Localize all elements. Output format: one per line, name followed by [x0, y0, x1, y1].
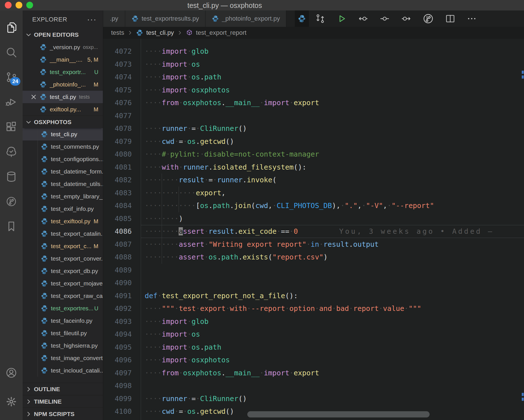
code-line[interactable]: 4098 — [103, 379, 524, 392]
line-number[interactable]: 4084 — [103, 199, 132, 212]
gitlens-icon[interactable] — [422, 12, 434, 25]
more-actions-icon[interactable] — [466, 13, 477, 24]
code-line[interactable]: 4088········assert·os.path.exists("repor… — [103, 251, 524, 264]
line-number[interactable]: 4074 — [103, 71, 132, 84]
code-line[interactable]: 4097····from·osxphotos.__main__·import·e… — [103, 367, 524, 380]
code-line[interactable]: 4087········assert·"Writing export repor… — [103, 238, 524, 251]
tree-item[interactable]: test_image_convert... — [23, 352, 103, 364]
code-line[interactable]: 4095····import·os.path — [103, 341, 524, 354]
code-line[interactable]: 4091def·test_export_report_not_a_file(): — [103, 289, 524, 302]
code-line[interactable]: 4076····from·osxphotos.__main__·import·e… — [103, 96, 524, 109]
code-line[interactable]: 4090 — [103, 276, 524, 289]
code-line[interactable]: 4080····#·pylint:·disable=not-context-ma… — [103, 148, 524, 161]
line-number[interactable]: 4099 — [103, 392, 132, 405]
line-number[interactable]: 4076 — [103, 96, 132, 109]
tree-item[interactable]: test_export_mojave... — [23, 277, 103, 290]
section-timeline[interactable]: TIMELINE — [23, 395, 103, 408]
code-line[interactable]: 4073····import·os — [103, 58, 524, 71]
code-line[interactable]: 4092····"""·test·export·with·--report·op… — [103, 302, 524, 315]
previous-change-icon[interactable] — [358, 13, 369, 24]
open-changes-icon[interactable] — [315, 13, 326, 24]
line-number[interactable]: 4085 — [103, 212, 132, 225]
close-icon[interactable] — [30, 93, 37, 102]
line-number[interactable]: 4097 — [103, 367, 132, 380]
code-line[interactable]: 4074····import·os.path — [103, 71, 524, 84]
line-number[interactable]: 4094 — [103, 328, 132, 341]
line-number[interactable]: 4095 — [103, 341, 132, 354]
open-editor-item[interactable]: test_exportr...U — [23, 66, 103, 78]
activity-account-icon[interactable] — [0, 358, 23, 387]
activity-source-control-icon[interactable]: 24 — [0, 65, 23, 90]
line-number[interactable]: 4100 — [103, 405, 132, 418]
tree-item[interactable]: test_highsierra.py — [23, 339, 103, 352]
code-editor[interactable]: 4072····import·glob4073····import·os4074… — [103, 39, 524, 420]
line-number[interactable]: 4089 — [103, 264, 132, 277]
line-number[interactable]: 4080 — [103, 148, 132, 161]
activity-gitlens-icon[interactable] — [0, 189, 23, 214]
project-section-header[interactable]: OSXPHOTOS — [23, 116, 103, 128]
activity-run-debug-icon[interactable] — [0, 90, 23, 114]
activity-extensions-icon[interactable] — [0, 114, 23, 139]
line-number[interactable]: 4078 — [103, 122, 132, 135]
code-line[interactable]: 4086········assert·result.exit_code·==·0… — [103, 225, 524, 238]
line-number[interactable]: 4096 — [103, 354, 132, 367]
line-number[interactable]: 4098 — [103, 379, 132, 392]
open-editor-item[interactable]: __main__....5, M — [23, 53, 103, 66]
line-number[interactable]: 4073 — [103, 58, 132, 71]
tree-item[interactable]: test_export_raw_ca... — [23, 290, 103, 302]
code-line[interactable]: 4079····cwd·=·os.getcwd() — [103, 135, 524, 148]
activity-database-icon[interactable] — [0, 164, 23, 189]
line-number[interactable]: 4088 — [103, 251, 132, 264]
editor-tab[interactable]: _photoinfo_export.py — [205, 10, 287, 27]
python-file-icon[interactable] — [295, 10, 309, 27]
tree-item[interactable]: test_incloud_catali... — [23, 364, 103, 377]
activity-files-icon[interactable] — [0, 15, 23, 40]
code-line[interactable]: 4094····import·os — [103, 328, 524, 341]
code-line[interactable]: 4084············[os.path.join(cwd,·CLI_P… — [103, 199, 524, 212]
code-line[interactable]: 4085········) — [103, 212, 524, 225]
code-line[interactable]: 4075····import·osxphotos — [103, 84, 524, 97]
line-number[interactable]: 4092 — [103, 302, 132, 315]
tree-item[interactable]: test_faceinfo.py — [23, 315, 103, 327]
line-number[interactable]: 4082 — [103, 174, 132, 187]
line-number[interactable]: 4072 — [103, 45, 132, 58]
tree-item[interactable]: test_datetime_utils.... — [23, 178, 103, 190]
open-editor-item[interactable]: _version.pyosxp... — [23, 41, 103, 53]
next-change-icon[interactable] — [400, 13, 412, 24]
tree-item[interactable]: test_configoptions.... — [23, 153, 103, 165]
open-editors-section-header[interactable]: OPEN EDITORS — [23, 29, 103, 41]
tree-item[interactable]: test_exif_info.py — [23, 203, 103, 215]
tree-item[interactable]: test_export_db.py — [23, 265, 103, 277]
code-line[interactable]: 4081····with·runner.isolated_filesystem(… — [103, 161, 524, 174]
breadcrumb-item[interactable]: tests — [111, 29, 124, 36]
minimize-window-button[interactable] — [16, 2, 22, 8]
sidebar-more-actions-icon[interactable]: ··· — [87, 18, 97, 21]
code-line[interactable]: 4089 — [103, 264, 524, 277]
code-line[interactable]: 4093····import·glob — [103, 315, 524, 328]
tree-item[interactable]: test_fileutil.py — [23, 327, 103, 339]
zoom-window-button[interactable] — [26, 2, 33, 8]
editor-tab[interactable]: .py — [103, 10, 125, 27]
line-number[interactable]: 4077 — [103, 109, 132, 122]
tree-item[interactable]: test_cli.py — [23, 128, 103, 140]
tree-item[interactable]: test_datetime_form... — [23, 165, 103, 178]
section-outline[interactable]: OUTLINE — [23, 383, 103, 395]
line-number[interactable]: 4075 — [103, 84, 132, 97]
horizontal-scrollbar[interactable] — [247, 411, 430, 417]
line-number[interactable]: 4083 — [103, 187, 132, 200]
code-line[interactable]: 4077 — [103, 109, 524, 122]
code-line[interactable]: 4099····runner·=·CliRunner() — [103, 392, 524, 405]
split-editor-icon[interactable] — [445, 13, 456, 24]
tree-item[interactable]: test_comments.py — [23, 140, 103, 153]
code-line[interactable]: 4096····import·osxphotos — [103, 354, 524, 367]
open-editor-item[interactable]: exiftool.py...M — [23, 103, 103, 116]
open-editor-item[interactable]: _photoinfo_...M — [23, 78, 103, 91]
change-icon[interactable] — [379, 13, 390, 24]
line-number[interactable]: 4091 — [103, 289, 132, 302]
activity-test-explorer-icon[interactable] — [0, 139, 23, 164]
line-number[interactable]: 4079 — [103, 135, 132, 148]
code-line[interactable]: 4083············export, — [103, 187, 524, 200]
editor-tab[interactable]: test_exportresults.py — [125, 10, 205, 27]
breadcrumb-item[interactable]: test_export_report — [196, 29, 246, 36]
line-number[interactable]: 4086 — [103, 225, 132, 238]
